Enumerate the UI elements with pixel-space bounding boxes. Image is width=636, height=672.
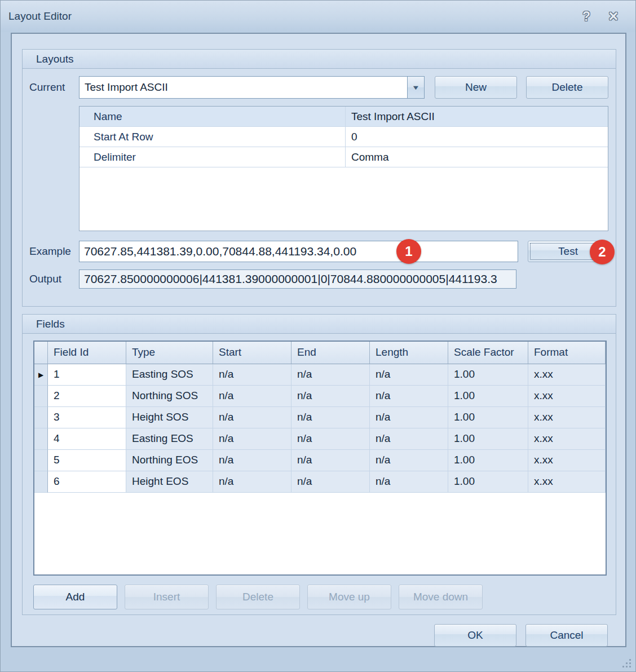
cell-end[interactable]: n/a bbox=[292, 450, 370, 471]
cell-start[interactable]: n/a bbox=[213, 450, 292, 471]
column-header-end[interactable]: End bbox=[292, 342, 370, 364]
current-layout-combobox[interactable]: Test Import ASCII ▼ bbox=[79, 76, 425, 99]
column-header-format[interactable]: Format bbox=[528, 342, 606, 364]
delete-layout-button[interactable]: Delete bbox=[526, 76, 608, 99]
cell-length[interactable]: n/a bbox=[370, 450, 448, 471]
layouts-group-title: Layouts bbox=[23, 50, 616, 69]
cancel-button[interactable]: Cancel bbox=[525, 624, 608, 647]
cell-field-id[interactable]: 4 bbox=[48, 428, 126, 450]
move-down-button[interactable]: Move down bbox=[399, 585, 483, 609]
row-indicator bbox=[34, 407, 48, 428]
property-label[interactable]: Start At Row bbox=[80, 127, 346, 147]
cell-field-id[interactable]: 3 bbox=[48, 407, 126, 428]
cell-type[interactable]: Northing EOS bbox=[126, 450, 213, 471]
cell-format[interactable]: x.xx bbox=[528, 471, 606, 493]
new-button[interactable]: New bbox=[435, 76, 517, 99]
combobox-dropdown-button[interactable]: ▼ bbox=[407, 77, 424, 98]
move-up-button[interactable]: Move up bbox=[307, 585, 391, 609]
property-row-delimiter[interactable]: Delimiter Comma bbox=[80, 147, 608, 167]
example-row: Example 1 Test 2 bbox=[29, 241, 608, 262]
example-input-wrap: 1 bbox=[79, 241, 518, 262]
column-header-length[interactable]: Length bbox=[370, 342, 448, 364]
example-input[interactable] bbox=[79, 241, 518, 262]
cell-field-id[interactable]: 6 bbox=[48, 471, 126, 493]
cell-scale-factor[interactable]: 1.00 bbox=[448, 407, 528, 428]
property-row-start-at-row[interactable]: Start At Row 0 bbox=[80, 127, 608, 147]
cell-field-id[interactable]: 1 bbox=[48, 364, 126, 386]
table-row[interactable]: 6 Height EOS n/a n/a n/a 1.00 x.xx bbox=[34, 471, 606, 493]
cell-start[interactable]: n/a bbox=[213, 407, 292, 428]
table-row[interactable]: ▶ 1 Easting SOS n/a n/a n/a 1.00 x.xx bbox=[34, 364, 606, 386]
cell-field-id[interactable]: 2 bbox=[48, 386, 126, 407]
cell-end[interactable]: n/a bbox=[292, 364, 370, 386]
table-row[interactable]: 2 Northing SOS n/a n/a n/a 1.00 x.xx bbox=[34, 386, 606, 407]
property-label[interactable]: Name bbox=[80, 107, 346, 126]
cell-end[interactable]: n/a bbox=[292, 428, 370, 450]
output-box[interactable]: 70627.850000000006|441381.39000000001|0|… bbox=[79, 269, 516, 289]
table-header-row: Field Id Type Start End Length Scale Fac… bbox=[34, 342, 606, 364]
cell-length[interactable]: n/a bbox=[370, 471, 448, 493]
row-indicator bbox=[34, 450, 48, 471]
layouts-groupbox: Layouts Current Test Import ASCII ▼ New … bbox=[22, 49, 616, 307]
cell-format[interactable]: x.xx bbox=[528, 364, 606, 386]
current-layout-value: Test Import ASCII bbox=[80, 77, 407, 98]
test-button-label: Test bbox=[558, 245, 578, 257]
cell-format[interactable]: x.xx bbox=[528, 450, 606, 471]
column-header-type[interactable]: Type bbox=[126, 342, 213, 364]
cell-type[interactable]: Height SOS bbox=[126, 407, 213, 428]
cell-length[interactable]: n/a bbox=[370, 386, 448, 407]
cell-start[interactable]: n/a bbox=[213, 428, 292, 450]
ok-button[interactable]: OK bbox=[434, 624, 516, 647]
layout-editor-dialog: Layout Editor ? ✕ Layouts Current Test I… bbox=[0, 0, 636, 672]
add-field-button[interactable]: Add bbox=[33, 585, 117, 609]
close-icon[interactable]: ✕ bbox=[604, 8, 623, 25]
cell-type[interactable]: Easting SOS bbox=[126, 364, 213, 386]
cell-length[interactable]: n/a bbox=[370, 428, 448, 450]
property-label[interactable]: Delimiter bbox=[80, 147, 346, 167]
help-icon[interactable]: ? bbox=[577, 8, 596, 25]
cell-format[interactable]: x.xx bbox=[528, 386, 606, 407]
cell-scale-factor[interactable]: 1.00 bbox=[448, 364, 528, 386]
cell-end[interactable]: n/a bbox=[292, 407, 370, 428]
delete-field-button[interactable]: Delete bbox=[216, 585, 300, 609]
table-row[interactable]: 4 Easting EOS n/a n/a n/a 1.00 x.xx bbox=[34, 428, 606, 450]
cell-end[interactable]: n/a bbox=[292, 471, 370, 493]
property-row-name[interactable]: Name Test Import ASCII bbox=[80, 107, 608, 127]
cell-scale-factor[interactable]: 1.00 bbox=[448, 428, 528, 450]
cell-scale-factor[interactable]: 1.00 bbox=[448, 471, 528, 493]
table-row[interactable]: 3 Height SOS n/a n/a n/a 1.00 x.xx bbox=[34, 407, 606, 428]
cell-type[interactable]: Easting EOS bbox=[126, 428, 213, 450]
current-row-indicator: ▶ bbox=[34, 364, 48, 386]
property-value[interactable]: Test Import ASCII bbox=[346, 107, 608, 126]
fields-group-title: Fields bbox=[23, 315, 616, 334]
callout-badge-2: 2 bbox=[590, 240, 615, 264]
current-row: Current Test Import ASCII ▼ New Delete bbox=[29, 76, 608, 99]
table-row[interactable]: 5 Northing EOS n/a n/a n/a 1.00 x.xx bbox=[34, 450, 606, 471]
column-header-start[interactable]: Start bbox=[213, 342, 292, 364]
cell-length[interactable]: n/a bbox=[370, 364, 448, 386]
column-header-field-id[interactable]: Field Id bbox=[48, 342, 126, 364]
cell-scale-factor[interactable]: 1.00 bbox=[448, 450, 528, 471]
cell-type[interactable]: Height EOS bbox=[126, 471, 213, 493]
cell-type[interactable]: Northing SOS bbox=[126, 386, 213, 407]
insert-field-button[interactable]: Insert bbox=[125, 585, 209, 609]
row-indicator bbox=[34, 471, 48, 493]
cell-length[interactable]: n/a bbox=[370, 407, 448, 428]
resize-grip[interactable] bbox=[622, 659, 631, 668]
column-header-scale-factor[interactable]: Scale Factor bbox=[448, 342, 528, 364]
cell-field-id[interactable]: 5 bbox=[48, 450, 126, 471]
fields-table: Field Id Type Start End Length Scale Fac… bbox=[33, 341, 607, 576]
test-button[interactable]: Test 2 bbox=[528, 241, 608, 262]
property-value[interactable]: 0 bbox=[346, 127, 608, 147]
cell-scale-factor[interactable]: 1.00 bbox=[448, 386, 528, 407]
row-pointer-icon: ▶ bbox=[38, 365, 43, 385]
output-label: Output bbox=[29, 273, 79, 285]
cell-start[interactable]: n/a bbox=[213, 364, 292, 386]
cell-end[interactable]: n/a bbox=[292, 386, 370, 407]
cell-format[interactable]: x.xx bbox=[528, 407, 606, 428]
cell-start[interactable]: n/a bbox=[213, 471, 292, 493]
cell-format[interactable]: x.xx bbox=[528, 428, 606, 450]
property-value[interactable]: Comma bbox=[346, 147, 608, 167]
cell-start[interactable]: n/a bbox=[213, 386, 292, 407]
layouts-content: Current Test Import ASCII ▼ New Delete bbox=[23, 69, 616, 289]
